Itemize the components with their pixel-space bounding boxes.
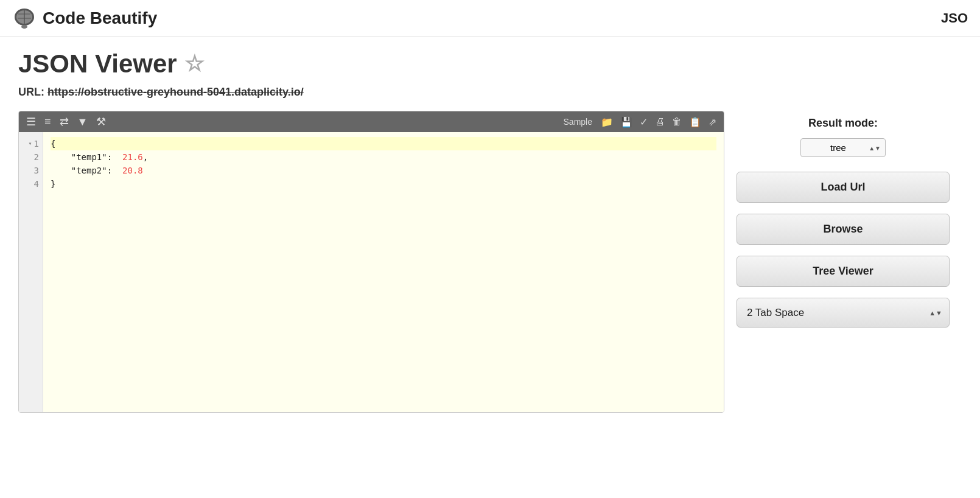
- save-icon[interactable]: 💾: [620, 116, 632, 128]
- tab-space-select[interactable]: 2 Tab Space 4 Tab Space Tab Space: [737, 298, 950, 328]
- logo-icon: [12, 6, 37, 30]
- editor-panel: ☰ ≡ ⇄ ▼ ⚒ Sample 📁 💾 ✓ 🖨 🗑 📋 ⇗: [18, 111, 724, 413]
- editor-body: ▾1 2 3 4 { "temp1": 21.6, "temp2": 20.8 …: [19, 132, 724, 412]
- trash-icon[interactable]: 🗑: [672, 116, 682, 127]
- folder-icon[interactable]: 📁: [601, 116, 613, 128]
- line-num-3: 3: [23, 164, 39, 177]
- align-right-icon[interactable]: ⇄: [60, 115, 69, 128]
- tab-space-wrapper: 2 Tab Space 4 Tab Space Tab Space: [737, 298, 950, 328]
- sidebar: Result mode: tree text json Load Url Bro…: [724, 111, 962, 334]
- code-line-4: }: [51, 177, 716, 191]
- result-mode-select[interactable]: tree text json: [800, 138, 886, 157]
- sample-label: Sample: [564, 117, 592, 127]
- load-url-button[interactable]: Load Url: [737, 172, 950, 203]
- url-text: https://obstructive-greyhound-5041.datap…: [47, 86, 304, 98]
- browse-button[interactable]: Browse: [737, 214, 950, 245]
- filter-icon[interactable]: ▼: [77, 116, 88, 128]
- logo: Code Beautify: [12, 6, 157, 30]
- code-line-3: "temp2": 20.8: [51, 164, 716, 177]
- tree-viewer-button[interactable]: Tree Viewer: [737, 256, 950, 287]
- line-num-4: 4: [23, 177, 39, 191]
- print-icon[interactable]: 🖨: [655, 116, 665, 127]
- page-title: JSON Viewer ☆: [18, 49, 962, 79]
- page-url: URL: https://obstructive-greyhound-5041.…: [18, 86, 962, 99]
- header: Code Beautify JSO: [0, 0, 980, 37]
- copy-icon[interactable]: 📋: [689, 116, 701, 128]
- code-line-2: "temp1": 21.6,: [51, 150, 716, 164]
- align-center-icon[interactable]: ≡: [44, 116, 51, 128]
- line-num-2: 2: [23, 150, 39, 164]
- wrench-icon[interactable]: ⚒: [96, 115, 106, 128]
- result-mode-label: Result mode:: [737, 117, 950, 130]
- line-numbers: ▾1 2 3 4: [19, 132, 43, 412]
- align-left-icon[interactable]: ☰: [26, 115, 36, 128]
- header-nav: JSO: [941, 10, 968, 26]
- expand-icon[interactable]: ⇗: [709, 116, 716, 128]
- logo-text: Code Beautify: [43, 9, 157, 28]
- star-icon[interactable]: ☆: [184, 51, 204, 77]
- svg-point-5: [21, 25, 27, 29]
- result-mode-wrapper: tree text json: [737, 138, 950, 157]
- editor-toolbar: ☰ ≡ ⇄ ▼ ⚒ Sample 📁 💾 ✓ 🖨 🗑 📋 ⇗: [19, 111, 724, 132]
- main-layout: ☰ ≡ ⇄ ▼ ⚒ Sample 📁 💾 ✓ 🖨 🗑 📋 ⇗: [18, 111, 962, 413]
- page-content: JSON Viewer ☆ URL: https://obstructive-g…: [0, 37, 980, 425]
- check-icon[interactable]: ✓: [640, 116, 648, 128]
- toolbar-right-icons: 📁 💾 ✓ 🖨 🗑 📋 ⇗: [601, 116, 716, 128]
- line-num-1: ▾1: [23, 137, 39, 150]
- result-mode-select-container: tree text json: [800, 138, 886, 157]
- code-area[interactable]: { "temp1": 21.6, "temp2": 20.8 }: [43, 132, 724, 412]
- code-line-1: {: [51, 137, 716, 150]
